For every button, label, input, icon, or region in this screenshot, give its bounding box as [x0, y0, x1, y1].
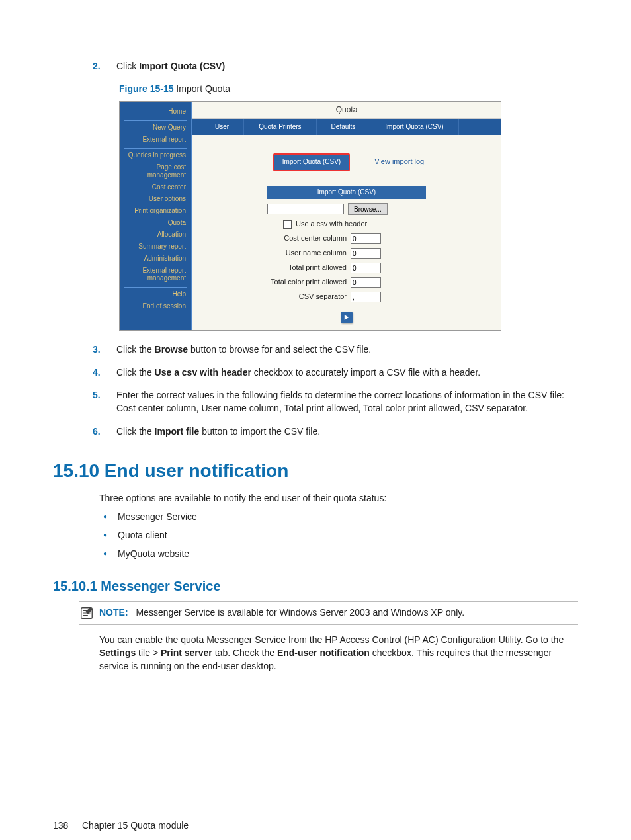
step-number: 6. [93, 425, 105, 438]
cost-center-label: Cost center column [267, 233, 347, 244]
sidebar-item-summary[interactable]: Summary report [120, 241, 191, 253]
sidebar-item-new-query[interactable]: New Query [120, 122, 191, 134]
sidebar: Home New Query External report Queries i… [120, 102, 192, 331]
tab-quota-printers[interactable]: Quota Printers [244, 119, 316, 136]
figure-ref: Figure 15-15 [119, 83, 173, 94]
sidebar-item-page-cost[interactable]: Page cost management [120, 161, 191, 181]
import-file-button[interactable] [341, 312, 353, 323]
total-color-label: Total color print allowed [267, 277, 347, 288]
screenshot-import-quota: Home New Query External report Queries i… [119, 101, 501, 331]
note-text: Messenger Service is available for Windo… [136, 607, 464, 618]
note-label: NOTE: [99, 607, 128, 618]
note-band: NOTE: Messenger Service is available for… [79, 601, 578, 625]
browse-button[interactable]: Browse... [348, 203, 388, 215]
tab-defaults[interactable]: Defaults [317, 119, 371, 136]
subsection-paragraph: You can enable the quota Messenger Servi… [99, 633, 578, 673]
subsection-heading: 15.10.1 Messenger Service [53, 577, 578, 596]
tab-bar: User Quota Printers Defaults Import Quot… [192, 119, 501, 136]
total-print-label: Total print allowed [267, 263, 347, 273]
sidebar-item-cost-center[interactable]: Cost center [120, 181, 191, 193]
sidebar-item-end-session[interactable]: End of session [120, 300, 191, 312]
import-form-title: Import Quota (CSV) [267, 186, 426, 200]
page-footer: 138 Chapter 15 Quota module [53, 819, 578, 832]
step-body: Enter the correct values in the followin… [116, 388, 578, 415]
sidebar-item-help[interactable]: Help [120, 288, 191, 300]
user-name-label: User name column [267, 248, 347, 259]
figure-title: Import Quota [173, 83, 230, 94]
import-quota-form: Import Quota (CSV) Browse... Use a csv w… [267, 186, 426, 323]
csv-separator-label: CSV separator [267, 292, 347, 302]
cost-center-input[interactable] [351, 233, 381, 244]
file-path-input[interactable] [267, 204, 344, 214]
panel-title: Quota [192, 102, 501, 119]
page-number: 138 [53, 819, 73, 832]
section-heading: 15.10 End user notification [53, 458, 578, 485]
total-print-input[interactable] [351, 263, 381, 273]
step-body: Click Import Quota (CSV) [116, 60, 578, 73]
step-bold: Import Quota (CSV) [139, 61, 225, 71]
csv-separator-input[interactable] [351, 292, 381, 302]
step-number: 5. [93, 388, 105, 415]
tab-import-quota[interactable]: Import Quota (CSV) [370, 119, 458, 136]
chapter-label: Chapter 15 Quota module [82, 819, 189, 832]
tab-user[interactable]: User [200, 119, 244, 136]
step-text: Click [116, 61, 139, 71]
step-body: Click the Browse button to browse for an… [116, 343, 578, 356]
sidebar-item-quota[interactable]: Quota [120, 217, 191, 229]
step-body: Click the Import file button to import t… [116, 425, 578, 438]
use-header-checkbox[interactable] [283, 220, 292, 229]
section-intro: Three options are available to notify th… [99, 491, 578, 505]
total-color-input[interactable] [351, 277, 381, 288]
bullet-myquota: MyQuota website [99, 547, 578, 560]
import-quota-button[interactable]: Import Quota (CSV) [273, 153, 350, 171]
sidebar-item-print-org[interactable]: Print organization [120, 205, 191, 217]
step-number: 3. [93, 343, 105, 356]
sidebar-item-admin[interactable]: Administration [120, 253, 191, 265]
play-icon [344, 315, 349, 320]
step-number: 4. [93, 366, 105, 379]
figure-caption: Figure 15-15 Import Quota [119, 82, 578, 95]
user-name-input[interactable] [351, 248, 381, 259]
note-icon [79, 606, 94, 620]
sidebar-item-external-report[interactable]: External report [120, 134, 191, 146]
bullet-messenger: Messenger Service [99, 510, 578, 523]
main-panel: Quota User Quota Printers Defaults Impor… [192, 102, 501, 331]
step-number: 2. [93, 60, 105, 73]
use-header-label: Use a csv with header [296, 219, 367, 230]
view-import-log-link[interactable]: View import log [374, 157, 424, 167]
sidebar-item-allocation[interactable]: Allocation [120, 229, 191, 241]
bullet-quota-client: Quota client [99, 528, 578, 542]
sidebar-item-user-options[interactable]: User options [120, 193, 191, 205]
sidebar-item-ext-mgmt[interactable]: External report management [120, 265, 191, 284]
step-body: Click the Use a csv with header checkbox… [116, 366, 578, 379]
sidebar-item-home[interactable]: Home [120, 106, 191, 118]
sidebar-item-queries-progress[interactable]: Queries in progress [120, 149, 191, 161]
